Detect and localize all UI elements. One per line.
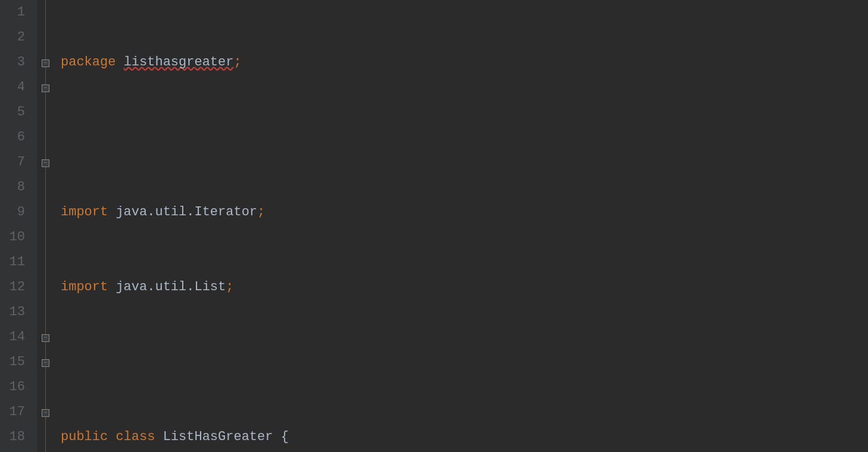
fold-gutter[interactable]: − − − − − − — [37, 0, 55, 452]
fold-toggle-icon[interactable]: − — [42, 409, 49, 417]
fold-toggle-icon[interactable]: − — [42, 59, 49, 67]
code-line[interactable]: package listhasgreater; — [61, 50, 658, 75]
line-number: 2 — [6, 25, 25, 50]
line-number-gutter: 1 2 3 4 5 6 7 8 9 10 11 12 13 14 15 16 1… — [0, 0, 37, 452]
fold-toggle-icon[interactable]: − — [42, 359, 49, 367]
code-line[interactable] — [61, 125, 658, 150]
line-number: 16 — [6, 375, 25, 400]
semicolon: ; — [257, 205, 265, 219]
class-name: ListHasGreater — [163, 429, 273, 444]
line-number: 7 — [6, 150, 25, 175]
keyword-import: import — [61, 205, 108, 219]
keyword-package: package — [61, 55, 115, 70]
import-path: java.util.List — [115, 280, 226, 294]
line-number: 6 — [6, 125, 25, 150]
code-line[interactable] — [61, 350, 658, 375]
line-number: 4 — [6, 75, 25, 100]
fold-toggle-icon[interactable]: − — [42, 159, 49, 167]
line-number: 5 — [6, 100, 25, 125]
line-number: 17 — [6, 400, 25, 425]
fold-toggle-icon[interactable]: − — [42, 334, 49, 342]
line-number: 3 — [6, 50, 25, 75]
line-number: 8 — [6, 175, 25, 200]
code-line[interactable]: import java.util.List; — [61, 275, 658, 300]
line-number: 9 — [6, 200, 25, 225]
keyword-class: class — [115, 429, 155, 444]
code-line[interactable]: public class ListHasGreater { — [61, 425, 658, 450]
line-number: 11 — [6, 250, 25, 275]
package-name: listhasgreater — [124, 55, 234, 70]
code-editor[interactable]: 1 2 3 4 5 6 7 8 9 10 11 12 13 14 15 16 1… — [0, 0, 868, 452]
semicolon: ; — [226, 280, 233, 294]
line-number: 1 — [6, 0, 25, 25]
import-path: java.util.Iterator — [115, 205, 257, 219]
semicolon: ; — [233, 55, 241, 70]
fold-toggle-icon[interactable]: − — [42, 84, 49, 92]
keyword-public: public — [61, 429, 108, 444]
line-number: 18 — [6, 425, 25, 450]
line-number: 12 — [6, 275, 25, 300]
code-line[interactable]: import java.util.Iterator; — [61, 200, 658, 225]
brace-open: { — [281, 429, 289, 444]
fold-indent-guide — [45, 0, 46, 452]
line-number: 14 — [6, 325, 25, 350]
line-number: 10 — [6, 225, 25, 250]
keyword-import: import — [61, 280, 108, 294]
code-area[interactable]: package listhasgreater; import java.util… — [55, 0, 658, 452]
line-number: 13 — [6, 300, 25, 325]
line-number: 15 — [6, 350, 25, 375]
